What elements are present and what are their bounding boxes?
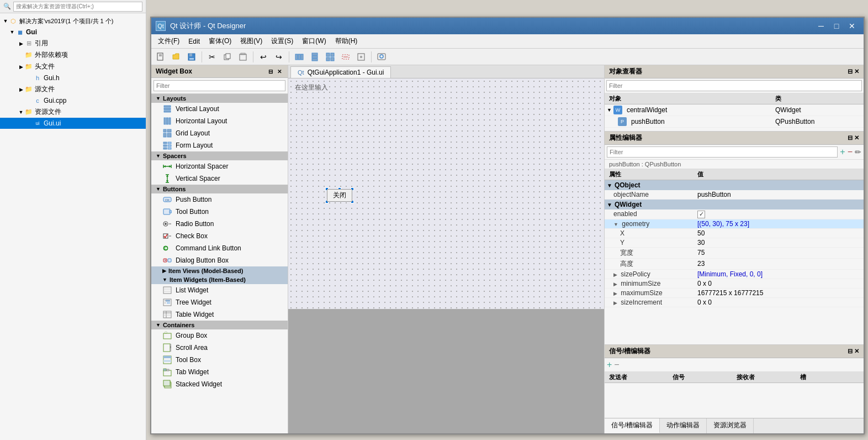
widget-box-float-btn[interactable]: ⊟ [267,67,274,75]
guicpp-file-item[interactable]: c Gui.cpp [0,95,146,106]
widget-scroll-area[interactable]: Scroll Area [151,342,288,354]
toolbar-cut-btn[interactable]: ✂ [205,50,219,64]
menu-settings[interactable]: 设置(S) [267,35,298,47]
pe-row-sizepolicy[interactable]: ▶ sizePolicy [Minimum, Fixed, 0, 0] [605,270,864,279]
pe-row-x[interactable]: X 50 [605,229,864,238]
guih-file-item[interactable]: h Gui.h [0,72,146,83]
widget-horizontal-layout[interactable]: Horizontal Layout [151,115,288,127]
toolbar-undo-btn[interactable]: ↩ [256,50,271,64]
references-item[interactable]: ▶ ⊞ 引用 [0,38,146,49]
sizepolicy-expand-arrow[interactable]: ▶ [613,272,617,277]
pe-row-y[interactable]: Y 30 [605,238,864,248]
maximumsize-expand-arrow[interactable]: ▶ [613,291,617,296]
pe-section-qwidget[interactable]: ▼ QWidget [605,200,864,209]
widget-horizontal-spacer[interactable]: Horizontal Spacer [151,160,288,172]
pe-row-enabled[interactable]: enabled [605,209,864,219]
menu-form[interactable]: 窗体(O) [204,35,236,47]
oi-close-btn[interactable]: ✕ [854,68,859,75]
pe-row-geometry[interactable]: ▼ geometry [(50, 30), 75 x 23] [605,219,864,229]
widget-tool-button[interactable]: Tool Button [151,206,288,218]
widget-box-filter-input[interactable] [154,80,285,91]
widget-check-box[interactable]: Check Box [151,230,288,242]
widget-push-button[interactable]: OK Push Button [151,193,288,206]
pe-row-height[interactable]: 高度 23 [605,259,864,270]
design-canvas-area[interactable]: 在这里输入 关闭 [288,78,604,433]
menu-window[interactable]: 窗口(W) [298,35,330,47]
oi-row-push-button[interactable]: P pushButton QPushButton [605,116,864,128]
pe-add-btn[interactable]: + [840,147,845,157]
form-canvas[interactable]: 在这里输入 关闭 [288,78,604,309]
category-buttons-header[interactable]: ▼ Buttons [151,185,288,193]
pe-row-objectname[interactable]: objectName pushButton [605,190,864,200]
push-button-container[interactable]: 关闭 [327,189,352,202]
headers-folder-item[interactable]: ▶ 📁 头文件 [0,61,146,72]
toolbar-preview-btn[interactable] [374,50,389,64]
design-area-tab[interactable]: Qt QtGuiApplication1 - Gui.ui [290,66,391,78]
widget-grid-layout[interactable]: Grid Layout [151,127,288,139]
item-views-subsection[interactable]: ▶ Item Views (Model-Based) [151,266,288,275]
toolbar-break-layout-btn[interactable] [338,50,353,64]
sources-folder-item[interactable]: ▶ 📁 源文件 [0,83,146,95]
minimize-button[interactable]: ─ [814,20,828,32]
geometry-expand-arrow[interactable]: ▼ [613,222,618,227]
pe-remove-btn[interactable]: − [848,147,853,157]
toolbar-adjust-size-btn[interactable] [354,50,368,64]
pe-row-minimumsize[interactable]: ▶ minimumSize 0 x 0 [605,279,864,289]
toolbar-open-btn[interactable] [169,50,183,64]
widget-vertical-spacer[interactable]: Vertical Spacer [151,172,288,185]
widget-tool-box[interactable]: Tool Box [151,354,288,366]
toolbar-grid-layout-btn[interactable] [323,50,337,64]
toolbar-new-btn[interactable] [154,50,168,64]
gui-project-item[interactable]: ▼ ◼ Gui [0,27,146,38]
item-widgets-subsection[interactable]: ▼ Item Widgets (Item-Based) [151,275,288,284]
ext-dependencies-item[interactable]: 📁 外部依赖项 [0,49,146,61]
tab-action-editor[interactable]: 动作编辑器 [660,418,707,433]
category-layouts-header[interactable]: ▼ Layouts [151,94,288,103]
category-containers-header[interactable]: ▼ Containers [151,321,288,329]
oi-float-btn[interactable]: ⊟ [848,68,853,75]
pe-filter-input[interactable] [607,146,838,158]
pe-edit-btn[interactable]: ✏ [855,148,861,156]
pe-section-qobject[interactable]: ▼ QObject [605,180,864,190]
widget-radio-button[interactable]: Radio Button [151,218,288,230]
minimumsize-expand-arrow[interactable]: ▶ [613,281,617,287]
menu-view[interactable]: 视图(V) [236,35,267,47]
resources-folder-item[interactable]: ▼ 📁 资源文件 [0,106,146,118]
widget-tree-widget[interactable]: Tree Widget [151,296,288,308]
solution-explorer-search-input[interactable] [13,2,142,12]
widget-tab-widget[interactable]: Tab Widget [151,366,288,378]
toolbar-paste-btn[interactable] [236,50,250,64]
widget-dialog-button-box[interactable]: ✕ Dialog Button Box [151,254,288,266]
widget-list-widget[interactable]: List Widget [151,284,288,296]
category-spacers-header[interactable]: ▼ Spacers [151,151,288,160]
pe-enabled-checkbox[interactable] [697,211,705,218]
widget-command-link-button[interactable]: Command Link Button [151,242,288,254]
sse-add-btn[interactable]: + [607,360,612,370]
pe-row-width[interactable]: 宽度 75 [605,248,864,259]
widget-box-close-btn[interactable]: ✕ [276,67,283,75]
menu-help[interactable]: 帮助(H) [331,35,362,47]
toolbar-redo-btn[interactable]: ↪ [272,50,286,64]
widget-table-widget[interactable]: Table Widget [151,308,288,321]
guiui-file-item[interactable]: ui Gui.ui [0,118,146,129]
close-button[interactable]: ✕ [845,20,859,32]
pe-float-btn[interactable]: ⊟ [848,134,853,142]
toolbar-h-layout-btn[interactable] [292,50,306,64]
toolbar-copy-btn[interactable] [220,50,235,64]
widget-form-layout[interactable]: Form Layout [151,139,288,151]
toolbar-v-layout-btn[interactable] [308,50,322,64]
toolbar-save-btn[interactable] [184,50,199,64]
oi-filter-input[interactable] [606,80,862,91]
widget-stacked-widget[interactable]: Stacked Widget [151,378,288,390]
form-push-button[interactable]: 关闭 [327,189,352,202]
widget-vertical-layout[interactable]: Vertical Layout [151,103,288,115]
maximize-button[interactable]: □ [829,20,844,32]
tab-resource-browser[interactable]: 资源浏览器 [707,418,754,433]
menu-file[interactable]: 文件(F) [154,35,184,47]
widget-group-box[interactable]: ▢ Group Box [151,329,288,342]
sse-close-btn[interactable]: ✕ [854,348,859,355]
tab-signal-slot-editor[interactable]: 信号/槽编辑器 [605,418,660,433]
pe-close-btn[interactable]: ✕ [854,134,859,142]
sse-float-btn[interactable]: ⊟ [848,348,853,355]
oi-row-central-widget[interactable]: ▼ W centralWidget QWidget [605,104,864,116]
